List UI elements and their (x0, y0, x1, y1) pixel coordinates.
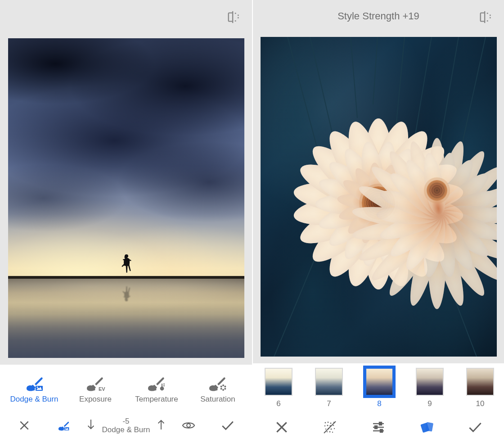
tool-label: Dodge & Burn (10, 395, 58, 404)
svg-point-39 (327, 425, 328, 426)
svg-rect-51 (379, 422, 382, 425)
value-number: -5 (122, 417, 129, 426)
filter-8[interactable]: 8 (365, 368, 393, 408)
left-bottom-bar: -5 Dodge & Burn (0, 411, 252, 443)
right-topbar: Style Strength +19 (253, 0, 504, 32)
svg-line-25 (373, 37, 378, 104)
svg-point-44 (331, 429, 332, 430)
styles-button[interactable] (403, 420, 451, 434)
filter-label: 8 (377, 399, 381, 408)
svg-line-24 (351, 37, 357, 118)
brush-exposure-icon: EV (85, 374, 106, 391)
filter-label: 9 (428, 399, 432, 408)
tool-label: Exposure (79, 395, 112, 404)
svg-point-5 (37, 387, 38, 388)
active-brush-button[interactable] (44, 419, 83, 432)
svg-point-48 (332, 432, 333, 433)
brush-tool-row: Dodge & Burn EV Exposure (0, 365, 252, 412)
brush-saturation-icon (207, 374, 228, 391)
cancel-button[interactable] (257, 420, 306, 434)
svg-rect-55 (380, 429, 382, 432)
svg-point-7 (161, 387, 164, 390)
apply-button[interactable] (451, 420, 500, 434)
value-readout: -5 Dodge & Burn (102, 417, 150, 434)
apply-button[interactable] (208, 419, 248, 432)
svg-text:EV: EV (99, 386, 105, 391)
svg-point-45 (334, 428, 335, 429)
compare-icon[interactable] (478, 10, 493, 24)
left-photo[interactable] (8, 38, 244, 358)
person-silhouette (120, 253, 133, 279)
svg-point-10 (222, 387, 224, 389)
svg-rect-4 (36, 386, 43, 391)
filter-label: 10 (476, 399, 485, 408)
value-adjust-group: -5 Dodge & Burn (83, 417, 169, 434)
svg-point-38 (324, 425, 326, 427)
filter-10[interactable]: 10 (466, 368, 494, 408)
tool-label: Temperature (135, 395, 178, 404)
svg-rect-53 (375, 426, 377, 429)
filter-6[interactable]: 6 (265, 368, 292, 408)
tool-exposure[interactable]: EV Exposure (65, 374, 126, 404)
style-strength-label: Style Strength +19 (338, 10, 419, 22)
svg-point-41 (333, 425, 334, 426)
dahlia-flower-2 (378, 132, 495, 249)
tool-dodge-burn[interactable]: Dodge & Burn (4, 374, 65, 404)
left-topbar (0, 0, 252, 34)
brush-temperature-icon (146, 374, 167, 391)
filter-9[interactable]: 9 (416, 368, 444, 408)
svg-point-46 (327, 431, 328, 432)
decrease-button[interactable] (86, 418, 96, 433)
cancel-button[interactable] (4, 420, 44, 431)
svg-point-17 (187, 424, 190, 427)
right-photo[interactable] (261, 37, 497, 357)
increase-button[interactable] (156, 418, 166, 433)
svg-point-42 (325, 429, 326, 429)
svg-rect-13 (64, 427, 69, 430)
compare-icon[interactable] (226, 10, 241, 24)
svg-point-35 (328, 422, 329, 423)
filter-label: 6 (276, 399, 280, 408)
svg-point-14 (65, 428, 66, 429)
svg-point-36 (330, 423, 332, 424)
value-label: Dodge & Burn (102, 425, 150, 434)
filter-7[interactable]: 7 (315, 368, 343, 408)
left-pane: Dodge & Burn EV Exposure (0, 0, 252, 443)
filter-label: 7 (327, 399, 331, 408)
grain-button[interactable] (306, 420, 355, 434)
tune-button[interactable] (354, 420, 403, 434)
preview-button[interactable] (169, 419, 208, 432)
tool-temperature[interactable]: Temperature (126, 374, 187, 404)
filter-strip[interactable]: 678910 (253, 363, 504, 415)
right-bottom-bar (253, 414, 504, 443)
tool-label: Saturation (200, 395, 235, 404)
tool-saturation[interactable]: Saturation (187, 374, 248, 404)
svg-point-34 (325, 422, 326, 424)
left-canvas[interactable] (0, 34, 252, 365)
right-pane: Style Strength +19 (252, 0, 504, 443)
svg-point-47 (329, 431, 331, 433)
right-canvas[interactable] (253, 32, 504, 363)
brush-dodge-burn-icon (24, 374, 45, 391)
